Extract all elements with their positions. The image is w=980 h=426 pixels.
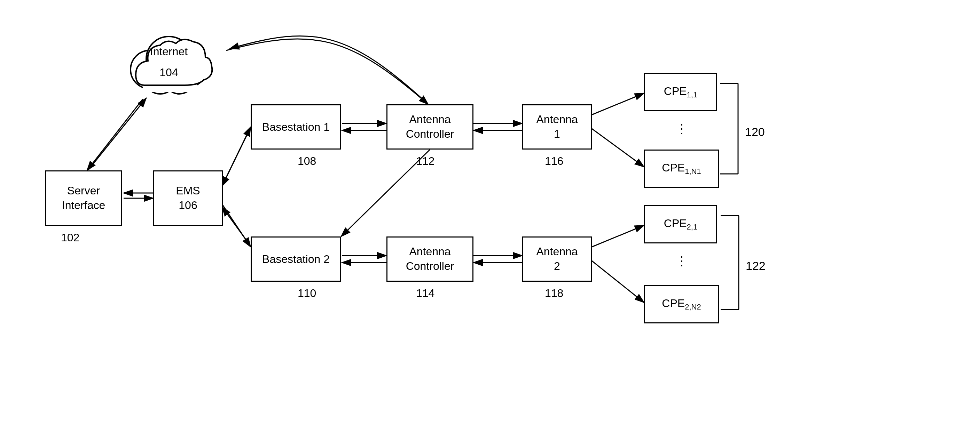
internet-label: Internet xyxy=(150,45,188,58)
cpe2n2-box: CPE2,N2 xyxy=(644,285,719,323)
svg-line-2 xyxy=(87,99,143,170)
cpe1n1-box: CPE1,N1 xyxy=(644,149,719,188)
svg-line-21 xyxy=(592,225,644,247)
basestation1-box: Basestation 1 xyxy=(251,105,341,149)
antenna-ctrl2-box: AntennaController xyxy=(387,236,474,282)
antenna1-label: Antenna1 xyxy=(536,112,578,141)
svg-line-22 xyxy=(592,261,644,302)
antenna1-box: Antenna1 xyxy=(522,105,592,149)
antenna2-box: Antenna2 xyxy=(522,236,592,282)
basestation2-number: 110 xyxy=(298,287,316,300)
cpe11-box: CPE1,1 xyxy=(644,73,717,111)
svg-line-7 xyxy=(222,129,250,186)
svg-line-6 xyxy=(223,127,251,184)
server-interface-box: ServerInterface xyxy=(45,170,122,226)
basestation1-number: 108 xyxy=(298,155,316,168)
group1-label: 120 xyxy=(745,125,765,139)
cpe1n1-label: CPE1,N1 xyxy=(662,162,701,176)
server-interface-label: ServerInterface xyxy=(62,184,105,212)
internet-cloud: Internet 104 xyxy=(115,21,223,97)
cpe11-label: CPE1,1 xyxy=(664,85,697,100)
dots-group2: ⋮ xyxy=(675,254,689,268)
svg-line-8 xyxy=(223,205,251,247)
cpe21-box: CPE2,1 xyxy=(644,205,717,244)
cpe21-label: CPE2,1 xyxy=(664,217,697,231)
svg-line-3 xyxy=(89,98,146,169)
ems-label: EMS106 xyxy=(176,184,200,212)
diagram: Internet 104 ServerInterface 102 EMS106 … xyxy=(0,0,980,426)
basestation1-label: Basestation 1 xyxy=(262,121,330,133)
group2-label: 122 xyxy=(746,259,765,272)
basestation2-label: Basestation 2 xyxy=(262,253,330,266)
antenna-ctrl1-label: AntennaController xyxy=(406,112,454,141)
antenna-ctrl1-number: 112 xyxy=(416,155,434,168)
ems-box: EMS106 xyxy=(153,170,223,226)
server-interface-number: 102 xyxy=(61,231,80,244)
antenna-ctrl2-label: AntennaController xyxy=(406,244,454,273)
dots-group1: ⋮ xyxy=(675,122,689,136)
antenna1-number: 116 xyxy=(545,155,563,168)
internet-sublabel: 104 xyxy=(159,66,178,79)
cpe2n2-label: CPE2,N2 xyxy=(662,297,701,312)
antenna2-label: Antenna2 xyxy=(536,244,578,273)
antenna-ctrl2-number: 114 xyxy=(416,287,434,300)
basestation2-box: Basestation 2 xyxy=(251,236,341,282)
antenna-ctrl1-box: AntennaController xyxy=(387,105,474,149)
svg-line-9 xyxy=(222,207,250,245)
antenna2-number: 118 xyxy=(545,287,563,300)
svg-line-19 xyxy=(592,93,644,115)
svg-line-20 xyxy=(592,129,644,167)
